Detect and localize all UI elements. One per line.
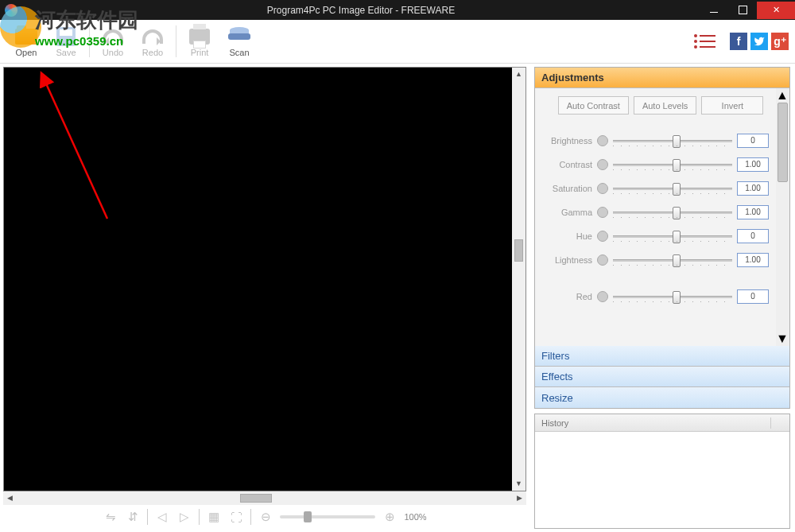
slider-label: Contrast (538, 160, 592, 169)
resize-header[interactable]: Resize (535, 387, 789, 408)
flip-vertical-icon[interactable]: ⇵ (125, 509, 141, 525)
zoom-in-icon[interactable]: ⊕ (382, 509, 398, 525)
slider-track[interactable] (613, 235, 732, 238)
undo-label: Undo (103, 48, 123, 57)
redo-label: Redo (142, 48, 163, 57)
slider-track[interactable] (613, 296, 732, 298)
contrast-icon (597, 159, 608, 170)
slider-knob[interactable] (673, 254, 681, 267)
adjustments-scrollbar[interactable]: ▲ ▼ (776, 88, 789, 346)
print-label: Print (191, 48, 209, 57)
slider-knob[interactable] (673, 183, 681, 196)
saturation-icon (597, 183, 608, 194)
auto-contrast-button[interactable]: Auto Contrast (558, 96, 629, 115)
brightness-icon (597, 135, 608, 146)
history-header[interactable]: History (535, 414, 789, 432)
fit-icon[interactable]: ▦ (206, 509, 222, 525)
undo-button[interactable]: Undo (93, 25, 133, 57)
rotate-right-icon[interactable]: ▷ (176, 509, 192, 525)
slider-value[interactable]: 0 (737, 134, 769, 148)
slider-track[interactable] (613, 259, 732, 262)
slider-track[interactable] (613, 212, 732, 214)
slider-value[interactable]: 0 (737, 289, 769, 304)
collapse-icon[interactable] (770, 417, 783, 429)
adjustments-header[interactable]: Adjustments (535, 68, 789, 88)
canvas-area: ▲ ▼ (3, 67, 526, 491)
zoom-knob[interactable] (304, 511, 312, 522)
save-label: Save (56, 48, 76, 57)
slider-lightness: Lightness1.00 (538, 248, 783, 272)
adjustments-panel: Adjustments Auto Contrast Auto Levels In… (534, 67, 790, 409)
scroll-right-icon[interactable]: ▶ (513, 491, 526, 505)
history-list (535, 432, 789, 528)
slider-label: Red (538, 292, 592, 301)
print-icon (189, 29, 210, 45)
flip-horizontal-icon[interactable]: ⇋ (103, 509, 118, 525)
slider-knob[interactable] (673, 135, 681, 148)
slider-saturation: Saturation1.00 (538, 177, 783, 200)
gamma-icon (597, 207, 608, 218)
slider-value[interactable]: 0 (737, 229, 769, 243)
print-button[interactable]: Print (180, 25, 219, 57)
minimize-button[interactable] (700, 2, 728, 19)
auto-levels-button[interactable]: Auto Levels (634, 96, 696, 115)
hscroll-thumb[interactable] (240, 494, 272, 503)
slider-track[interactable] (613, 140, 732, 142)
toolbar-separator (89, 25, 90, 57)
folder-icon (15, 29, 37, 45)
slider-value[interactable]: 1.00 (737, 181, 769, 196)
scroll-left-icon[interactable]: ◀ (3, 491, 17, 505)
redo-button[interactable]: Redo (133, 25, 173, 57)
titlebar: Program4Pc PC Image Editor - FREEWARE (0, 0, 795, 20)
canvas-vscrollbar[interactable]: ▲ ▼ (512, 68, 525, 491)
zoom-slider[interactable] (280, 515, 375, 518)
facebook-icon[interactable]: f (730, 33, 747, 50)
actual-size-icon[interactable]: ⛶ (228, 509, 244, 525)
svg-line-0 (45, 82, 107, 219)
slider-track[interactable] (613, 164, 732, 166)
zoom-out-icon[interactable]: ⊖ (258, 509, 273, 525)
red-icon (597, 291, 608, 302)
bottom-toolbar: ⇋ ⇵ ◁ ▷ ▦ ⛶ ⊖ ⊕ 100% (3, 505, 526, 529)
main-toolbar: Open Save Undo Redo Print Scan f g⁺ (0, 20, 795, 64)
toolbar-separator (176, 25, 176, 57)
slider-gamma: Gamma1.00 (538, 200, 783, 224)
save-button[interactable]: Save (46, 25, 86, 57)
scan-button[interactable]: Scan (219, 25, 259, 57)
slider-value[interactable]: 1.00 (737, 253, 769, 267)
undo-icon (103, 29, 123, 44)
open-button[interactable]: Open (6, 25, 46, 57)
scroll-down-icon[interactable]: ▼ (512, 477, 525, 491)
slider-track[interactable] (613, 188, 732, 190)
rotate-left-icon[interactable]: ◁ (154, 509, 170, 525)
slider-knob[interactable] (673, 207, 681, 219)
slider-knob[interactable] (673, 291, 681, 304)
adj-scroll-thumb[interactable] (778, 103, 788, 182)
history-panel: History (534, 414, 790, 529)
zoom-percent: 100% (404, 512, 426, 522)
canvas-hscrollbar[interactable]: ◀ ▶ (3, 491, 526, 505)
maximize-button[interactable] (728, 2, 757, 19)
scroll-up-icon[interactable]: ▲ (776, 88, 789, 103)
filters-header[interactable]: Filters (535, 346, 789, 367)
effects-header[interactable]: Effects (535, 367, 789, 387)
close-button[interactable] (757, 2, 795, 19)
scan-label: Scan (229, 48, 249, 57)
scroll-down-icon[interactable]: ▼ (776, 332, 789, 346)
vscroll-thumb[interactable] (514, 239, 523, 262)
image-canvas[interactable] (4, 68, 512, 491)
slider-label: Saturation (538, 184, 592, 193)
slider-knob[interactable] (673, 159, 681, 172)
twitter-icon[interactable] (750, 33, 768, 50)
app-icon (5, 4, 17, 17)
googleplus-icon[interactable]: g⁺ (771, 33, 789, 50)
list-view-icon[interactable] (700, 35, 716, 48)
slider-value[interactable]: 1.00 (737, 157, 769, 172)
slider-hue: Hue0 (538, 224, 783, 248)
slider-brightness: Brightness0 (538, 129, 783, 153)
slider-value[interactable]: 1.00 (737, 205, 769, 219)
scroll-up-icon[interactable]: ▲ (512, 68, 525, 81)
slider-knob[interactable] (673, 231, 681, 243)
adjustments-body: Auto Contrast Auto Levels Invert Brightn… (535, 88, 789, 346)
invert-button[interactable]: Invert (701, 96, 763, 115)
